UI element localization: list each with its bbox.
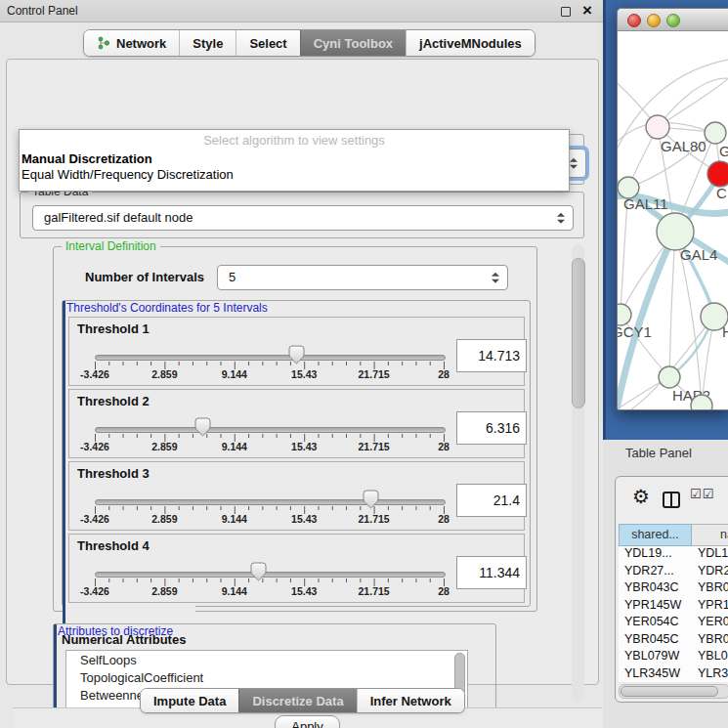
gear-icon[interactable]: ⚙ bbox=[632, 485, 650, 508]
table-row[interactable]: YBL079WYBL0 bbox=[619, 648, 728, 665]
tick-label: 15.43 bbox=[291, 585, 317, 597]
cell-ydl1: YDL1 bbox=[698, 545, 728, 563]
network-icon bbox=[97, 36, 110, 50]
network-node-gcy1[interactable] bbox=[618, 304, 631, 325]
combo-arrows-icon bbox=[557, 213, 565, 224]
algorithm-option-equal-width-frequency-discretization[interactable]: Equal Width/Frequency Discretization bbox=[21, 167, 234, 182]
mac-minimize-button[interactable] bbox=[647, 14, 661, 27]
network-edge[interactable] bbox=[658, 72, 728, 127]
attribute-item-topologicalcoefficient[interactable]: TopologicalCoefficient bbox=[66, 670, 467, 686]
network-canvas[interactable]: GAL80GACGAL11GAL4GCY1HHAP2 bbox=[618, 31, 728, 410]
algorithm-option-manual-discretization[interactable]: Manual Discretization bbox=[21, 151, 152, 166]
network-node-label: H bbox=[722, 323, 728, 340]
mac-zoom-button[interactable] bbox=[666, 14, 680, 27]
close-panel-icon[interactable]: × bbox=[582, 0, 592, 21]
threshold-2-ticks bbox=[95, 434, 446, 443]
threshold-1-ticks bbox=[95, 362, 446, 370]
algorithm-dropdown-popup: Select algorithm to view settings Manual… bbox=[19, 129, 570, 192]
threshold-3-label: Threshold 3 bbox=[77, 466, 150, 481]
network-node-ga[interactable] bbox=[705, 122, 726, 144]
threshold-2-value-field[interactable]: 6.316 bbox=[456, 411, 527, 445]
table-data-combo-value: galFiltered.sif default node bbox=[44, 206, 193, 230]
tick-label: 9.144 bbox=[222, 368, 247, 380]
spinner-arrows-icon bbox=[492, 273, 499, 283]
threshold-3-value-field[interactable]: 21.4 bbox=[456, 484, 527, 517]
table-data-combo[interactable]: galFiltered.sif default node bbox=[32, 205, 574, 231]
cell-yer054c: YER054C bbox=[624, 614, 691, 631]
table-row[interactable]: YBR045CYBR0 bbox=[619, 631, 728, 649]
tick-label: -3.426 bbox=[80, 368, 109, 380]
tab-network[interactable]: Network bbox=[84, 30, 179, 56]
table-row[interactable]: YLR345WYLR3 bbox=[619, 665, 728, 683]
table-row[interactable]: YPR145WYPR1 bbox=[619, 597, 728, 615]
settings-scrollbar-thumb[interactable] bbox=[572, 258, 585, 408]
network-node-gal80[interactable] bbox=[646, 115, 669, 139]
table-panel: Table Panel ⚙ ☑☑ shared...naYDL19...YDL1… bbox=[603, 440, 728, 728]
table-data-group: Table Data galFiltered.sif default node bbox=[20, 192, 584, 238]
table-row[interactable]: YER054CYER0 bbox=[619, 614, 728, 631]
checkbox-filter-icons[interactable]: ☑☑ bbox=[690, 487, 714, 501]
network-window-titlebar[interactable] bbox=[618, 9, 728, 31]
settings-scrollbar[interactable] bbox=[572, 244, 584, 702]
bottom-tab-discretize-data[interactable]: Discretize Data bbox=[238, 689, 356, 712]
apply-button[interactable]: Apply bbox=[275, 715, 340, 728]
threshold-4-slider-track[interactable] bbox=[95, 572, 446, 578]
threshold-2-slider-handle[interactable] bbox=[194, 417, 211, 437]
attribute-item-selfloops[interactable]: SelfLoops bbox=[66, 653, 467, 668]
settings-scroll-area: Interval Definition Number of Intervals … bbox=[19, 238, 566, 707]
columns-layout-icon[interactable] bbox=[663, 492, 680, 508]
cell-ybl0: YBL0 bbox=[698, 648, 728, 665]
threshold-1-slider-handle[interactable] bbox=[288, 345, 305, 364]
threshold-3-slider-handle[interactable] bbox=[363, 490, 379, 509]
threshold-2-slider-track[interactable] bbox=[95, 427, 446, 433]
network-node-hap2[interactable] bbox=[659, 366, 680, 388]
threshold-1-value-field[interactable]: 14.713 bbox=[456, 339, 527, 372]
tick-label: 15.43 bbox=[291, 368, 317, 380]
threshold-4-slider-handle[interactable] bbox=[250, 562, 267, 581]
tick-label: 21.715 bbox=[359, 585, 390, 597]
tick-label: 15.43 bbox=[291, 441, 317, 452]
bottom-tab-strip: Impute DataDiscretize DataInfer Network bbox=[140, 688, 465, 713]
tab-style[interactable]: Style bbox=[179, 30, 236, 56]
bottom-tab-infer-network[interactable]: Infer Network bbox=[357, 689, 464, 712]
network-node-c[interactable] bbox=[707, 161, 728, 187]
table-row[interactable]: YDL19...YDL1 bbox=[619, 545, 728, 563]
network-node-label: C bbox=[716, 185, 727, 201]
threshold-block-3: Threshold 3-3.4262.8599.14415.4321.71528… bbox=[68, 461, 525, 531]
threshold-block-2: Threshold 2-3.4262.8599.14415.4321.71528… bbox=[68, 389, 525, 458]
mac-close-button[interactable] bbox=[627, 14, 641, 27]
interval-definition-group: Interval Definition Number of Intervals … bbox=[53, 246, 537, 612]
network-node-unlabeled[interactable] bbox=[691, 395, 712, 410]
threshold-4-value-field[interactable]: 11.344 bbox=[456, 556, 527, 589]
threshold-3-slider-track[interactable] bbox=[95, 499, 446, 505]
column-header-na[interactable]: na bbox=[692, 524, 728, 546]
tick-label: 2.859 bbox=[151, 368, 177, 380]
network-edge[interactable] bbox=[669, 232, 675, 377]
table-hscrollbar-thumb[interactable] bbox=[621, 686, 718, 697]
tick-label: 28 bbox=[438, 441, 450, 452]
cell-yer0: YER0 bbox=[698, 614, 728, 631]
tick-label: 21.715 bbox=[359, 441, 390, 452]
tab-cyni-toolbox[interactable]: Cyni Toolbox bbox=[300, 30, 406, 56]
algorithm-prompt-item[interactable]: Select algorithm to view settings bbox=[20, 133, 569, 148]
cell-ybr0: YBR0 bbox=[698, 631, 728, 649]
network-node-gal4[interactable] bbox=[657, 213, 694, 250]
bottom-tab-impute-data[interactable]: Impute Data bbox=[141, 689, 238, 712]
number-of-intervals-spinner[interactable]: 5 bbox=[217, 265, 508, 290]
cell-ydr2: YDR2 bbox=[698, 563, 728, 580]
threshold-list: Threshold 1-3.4262.8599.14415.4321.71528… bbox=[68, 317, 525, 606]
tick-label: 28 bbox=[438, 513, 450, 525]
cell-ybr043c: YBR043C bbox=[624, 579, 691, 597]
tab-jactivemnodules[interactable]: jActiveMNodules bbox=[406, 30, 535, 56]
table-hscrollbar[interactable] bbox=[619, 684, 728, 699]
table-row[interactable]: YDR27...YDR2 bbox=[619, 563, 728, 580]
threshold-1-slider-track[interactable] bbox=[95, 355, 446, 361]
network-node-label: GA bbox=[719, 143, 728, 159]
float-window-icon[interactable] bbox=[561, 7, 571, 17]
tab-select[interactable]: Select bbox=[236, 30, 299, 56]
tick-label: 9.144 bbox=[222, 441, 247, 452]
tab-style-label: Style bbox=[193, 36, 223, 51]
table-row[interactable]: YBR043CYBR0 bbox=[619, 579, 728, 597]
column-header-shared[interactable]: shared... bbox=[619, 524, 692, 546]
control-panel-titlebar: Control Panel × bbox=[0, 0, 603, 22]
